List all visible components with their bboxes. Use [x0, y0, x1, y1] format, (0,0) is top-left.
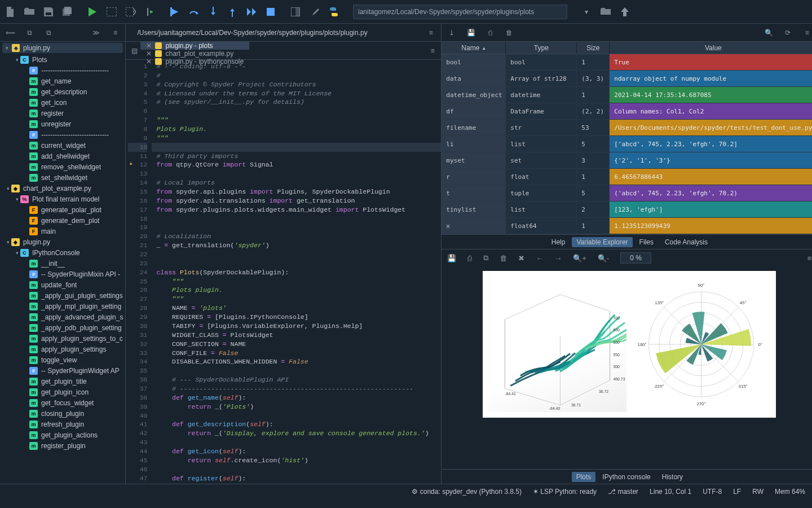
- open-file-icon[interactable]: [24, 6, 35, 17]
- outline-item[interactable]: mapply_plugin_settings_to_c: [0, 333, 125, 344]
- stop-debug-icon[interactable]: [265, 6, 276, 17]
- more-icon[interactable]: ≫: [91, 28, 100, 37]
- status-conda[interactable]: ⚙ conda: spyder_dev (Python 3.8.5): [412, 488, 521, 496]
- wdir-dropdown-icon[interactable]: ▾: [581, 6, 592, 17]
- step-over-icon[interactable]: [188, 6, 200, 17]
- var-row[interactable]: datetime_objectdatetime12021-04-14 17:35…: [442, 87, 812, 103]
- outline-root-file[interactable]: ▾ ◆ plugin.py: [2, 43, 123, 53]
- var-row[interactable]: mysetset3{'2', '1', '3'}: [442, 152, 812, 169]
- outline-item[interactable]: m_apply_pdb_plugin_setting: [0, 322, 125, 333]
- var-row[interactable]: ttuple5('abcd', 745, 2.23, 'efgh', 70.2): [442, 185, 812, 202]
- search-var-icon[interactable]: 🔍: [764, 28, 773, 37]
- delete-var-icon[interactable]: 🗑: [505, 28, 514, 37]
- outline-item[interactable]: #-- SpyderPluginMixin API -: [0, 269, 125, 279]
- panel-tab[interactable]: Code Analysis: [660, 237, 712, 247]
- outline-item[interactable]: mget_plugin_title: [0, 376, 125, 387]
- save-icon[interactable]: [43, 6, 54, 17]
- new-file-icon[interactable]: [5, 6, 16, 17]
- pythonpath-icon[interactable]: [328, 6, 339, 17]
- save-data-icon[interactable]: 💾: [466, 28, 475, 37]
- close-tab-icon[interactable]: ✕: [146, 58, 152, 65]
- outline-item[interactable]: m__init__: [0, 258, 125, 269]
- copy-plot-icon[interactable]: ⧉: [483, 253, 488, 262]
- panel-tab[interactable]: IPython console: [598, 472, 655, 482]
- outline-item[interactable]: m_apply_gui_plugin_settings: [0, 290, 125, 301]
- save-as-icon[interactable]: ⎙: [486, 28, 495, 37]
- status-eol[interactable]: LF: [733, 488, 741, 496]
- outline-item[interactable]: Fgenerate_polar_plot: [0, 204, 125, 215]
- panel-tab[interactable]: Help: [547, 237, 570, 247]
- close-tab-icon[interactable]: ✕: [146, 42, 152, 50]
- outline-item[interactable]: ▾CPlots: [0, 54, 125, 65]
- tab-list-icon[interactable]: ▤: [128, 42, 140, 59]
- close-tab-icon[interactable]: ✕: [146, 50, 152, 58]
- copy-icon[interactable]: ⧉: [25, 28, 34, 37]
- var-row[interactable]: boolbool1True: [442, 54, 812, 71]
- outline-item[interactable]: mget_focus_widget: [0, 397, 125, 408]
- outline-item[interactable]: mget_name: [0, 76, 125, 86]
- prev-plot-icon[interactable]: ←: [536, 254, 543, 262]
- outline-item[interactable]: munregister: [0, 119, 125, 129]
- outline-item[interactable]: madd_shellwidget: [0, 151, 125, 161]
- save-all-icon[interactable]: [62, 6, 73, 17]
- plot-canvas[interactable]: 460.73500550600650700-84.41-84.4036.7136…: [442, 266, 812, 469]
- outline-item[interactable]: ▾%Plot final terrain model: [0, 194, 125, 204]
- menu-icon[interactable]: ≡: [111, 28, 120, 37]
- outline-item[interactable]: mremove_shellwidget: [0, 161, 125, 172]
- maximize-pane-icon[interactable]: [290, 6, 301, 17]
- outline-item[interactable]: Fmain: [0, 226, 125, 237]
- run-icon[interactable]: [87, 6, 98, 17]
- outline-item[interactable]: mregister_plugin: [0, 440, 125, 451]
- outline-tree[interactable]: ▾CPlots#------------------------------mg…: [0, 54, 125, 484]
- copy2-icon[interactable]: ⧉: [44, 28, 53, 37]
- working-dir-input[interactable]: ianitagomez/Local/Dev-Spyder/spyder/spyd…: [353, 5, 567, 19]
- outline-item[interactable]: mapply_plugin_settings: [0, 344, 125, 354]
- status-enc[interactable]: UTF-8: [703, 488, 722, 496]
- run-cell-advance-icon[interactable]: [125, 6, 136, 17]
- outline-item[interactable]: #------------------------------: [0, 129, 125, 140]
- outline-item[interactable]: ▾CIPythonConsole: [0, 247, 125, 258]
- run-cell-icon[interactable]: [106, 6, 117, 17]
- var-row[interactable]: xfloat6411.1235123099439: [442, 218, 812, 234]
- var-row[interactable]: dfDataFrame(2, 2)Column names: Col1, Col…: [442, 103, 812, 120]
- outline-item[interactable]: mset_shellwidget: [0, 172, 125, 183]
- var-row[interactable]: rfloat16.46567886443: [442, 169, 812, 185]
- editor-tab[interactable]: ✕chart_plot_example.py: [140, 50, 250, 58]
- step-out-icon[interactable]: [227, 6, 238, 17]
- panel-tab[interactable]: History: [657, 472, 687, 482]
- next-plot-icon[interactable]: →: [554, 254, 562, 262]
- panel-tab[interactable]: Plots: [572, 472, 596, 482]
- outline-item[interactable]: mget_icon: [0, 97, 125, 108]
- back-icon[interactable]: ⟸: [6, 28, 15, 37]
- outline-item[interactable]: m_apply_mpl_plugin_setting: [0, 301, 125, 312]
- refresh-var-icon[interactable]: ⟳: [783, 28, 792, 37]
- outline-item[interactable]: #-- SpyderPluginWidget AP: [0, 365, 125, 376]
- zoom-out-icon[interactable]: 🔍-: [598, 254, 609, 262]
- outline-item[interactable]: ▾◆plugin.py: [0, 237, 125, 247]
- editor-menu-icon[interactable]: ≡: [426, 28, 435, 37]
- debug-icon[interactable]: [169, 6, 180, 17]
- delete-plot-icon[interactable]: 🗑: [500, 254, 507, 262]
- var-menu-icon[interactable]: ≡: [802, 28, 811, 37]
- outline-item[interactable]: mget_description: [0, 86, 125, 97]
- import-data-icon[interactable]: ⤓: [447, 28, 456, 37]
- delete-all-plots-icon[interactable]: ✖: [518, 254, 524, 262]
- var-table-body[interactable]: boolbool1TruedataArray of str128(3, 3)nd…: [442, 54, 812, 234]
- save-plot-icon[interactable]: 💾: [447, 254, 456, 262]
- panel-tab[interactable]: Files: [635, 237, 658, 247]
- continue-icon[interactable]: [246, 6, 257, 17]
- outline-item[interactable]: mget_plugin_actions: [0, 430, 125, 440]
- editor-tab[interactable]: ✕plugin.py - plots: [140, 42, 250, 50]
- panel-tab[interactable]: Variable Explorer: [572, 237, 632, 247]
- plots-menu-icon[interactable]: ≡: [807, 254, 812, 262]
- var-row[interactable]: tinylistlist2[123, 'efgh']: [442, 202, 812, 218]
- var-row[interactable]: dataArray of str128(3, 3)ndarray object …: [442, 71, 812, 87]
- outline-item[interactable]: mcurrent_widget: [0, 140, 125, 151]
- browse-wdir-icon[interactable]: [600, 6, 611, 17]
- outline-item[interactable]: mupdate_font: [0, 279, 125, 290]
- tab-menu-icon[interactable]: ≡: [426, 42, 439, 59]
- outline-item[interactable]: mclosing_plugin: [0, 408, 125, 419]
- zoom-in-icon[interactable]: 🔍+: [573, 254, 586, 262]
- outline-item[interactable]: mtoggle_view: [0, 354, 125, 365]
- parent-dir-icon[interactable]: [619, 6, 630, 17]
